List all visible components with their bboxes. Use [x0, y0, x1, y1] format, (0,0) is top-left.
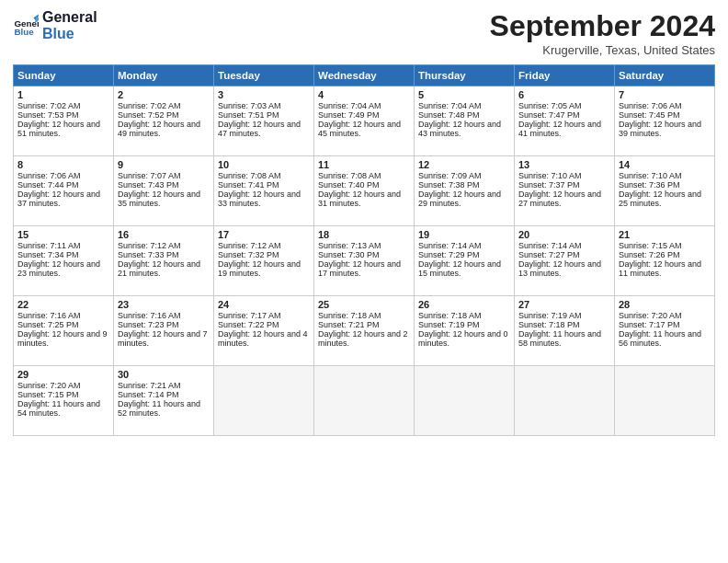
day-number: 30: [118, 369, 210, 380]
sunrise-text: Sunrise: 7:16 AM: [118, 311, 181, 320]
day-number: 23: [118, 299, 210, 310]
calendar-week-5: 29 Sunrise: 7:20 AM Sunset: 7:15 PM Dayl…: [14, 366, 715, 436]
header-monday: Monday: [114, 65, 214, 86]
sunset-text: Sunset: 7:47 PM: [518, 110, 580, 120]
daylight-text: Daylight: 12 hours and 19 minutes.: [218, 259, 301, 278]
sunset-text: Sunset: 7:30 PM: [318, 250, 380, 259]
sunrise-text: Sunrise: 7:10 AM: [518, 171, 582, 180]
sunrise-text: Sunrise: 7:08 AM: [218, 171, 281, 180]
calendar-cell: 10 Sunrise: 7:08 AM Sunset: 7:41 PM Dayl…: [214, 156, 314, 226]
sunset-text: Sunset: 7:41 PM: [218, 180, 279, 190]
calendar-cell: [415, 366, 515, 436]
calendar-cell: 13 Sunrise: 7:10 AM Sunset: 7:37 PM Dayl…: [515, 156, 615, 226]
daylight-text: Daylight: 12 hours and 7 minutes.: [118, 329, 208, 348]
daylight-text: Daylight: 11 hours and 58 minutes.: [518, 329, 601, 348]
day-number: 13: [518, 159, 610, 170]
sunset-text: Sunset: 7:36 PM: [619, 180, 680, 190]
sunrise-text: Sunrise: 7:14 AM: [418, 241, 482, 250]
daylight-text: Daylight: 12 hours and 9 minutes.: [17, 329, 108, 348]
calendar-cell: 5 Sunrise: 7:04 AM Sunset: 7:48 PM Dayli…: [415, 86, 515, 156]
sunrise-text: Sunrise: 7:16 AM: [17, 311, 81, 320]
calendar-cell: 3 Sunrise: 7:03 AM Sunset: 7:51 PM Dayli…: [214, 86, 314, 156]
sunrise-text: Sunrise: 7:07 AM: [118, 171, 181, 180]
svg-text:Blue: Blue: [14, 26, 34, 36]
calendar-cell: 25 Sunrise: 7:18 AM Sunset: 7:21 PM Dayl…: [314, 296, 415, 366]
sunset-text: Sunset: 7:34 PM: [17, 250, 79, 259]
calendar-cell: 11 Sunrise: 7:08 AM Sunset: 7:40 PM Dayl…: [314, 156, 415, 226]
daylight-text: Daylight: 12 hours and 41 minutes.: [518, 120, 601, 138]
sunset-text: Sunset: 7:48 PM: [418, 110, 480, 120]
daylight-text: Daylight: 12 hours and 0 minutes.: [418, 329, 508, 348]
sunrise-text: Sunrise: 7:14 AM: [518, 241, 582, 250]
sunrise-text: Sunrise: 7:21 AM: [118, 381, 181, 390]
sunset-text: Sunset: 7:45 PM: [619, 110, 680, 120]
sunset-text: Sunset: 7:15 PM: [17, 390, 79, 399]
calendar-cell: 26 Sunrise: 7:18 AM Sunset: 7:19 PM Dayl…: [415, 296, 515, 366]
sunrise-text: Sunrise: 7:06 AM: [619, 101, 682, 110]
sunset-text: Sunset: 7:49 PM: [318, 110, 380, 120]
calendar-cell: 18 Sunrise: 7:13 AM Sunset: 7:30 PM Dayl…: [314, 226, 415, 296]
calendar-cell: 19 Sunrise: 7:14 AM Sunset: 7:29 PM Dayl…: [415, 226, 515, 296]
logo: General Blue General Blue: [13, 9, 97, 41]
daylight-text: Daylight: 12 hours and 37 minutes.: [17, 190, 100, 208]
sunset-text: Sunset: 7:22 PM: [218, 320, 279, 329]
sunrise-text: Sunrise: 7:04 AM: [418, 101, 482, 110]
calendar-cell: 29 Sunrise: 7:20 AM Sunset: 7:15 PM Dayl…: [14, 366, 114, 436]
sunrise-text: Sunrise: 7:12 AM: [118, 241, 181, 250]
daylight-text: Daylight: 12 hours and 45 minutes.: [318, 120, 401, 138]
sunrise-text: Sunrise: 7:05 AM: [518, 101, 582, 110]
calendar-week-1: 1 Sunrise: 7:02 AM Sunset: 7:53 PM Dayli…: [14, 86, 715, 156]
logo-general: General: [42, 9, 97, 26]
sunset-text: Sunset: 7:53 PM: [17, 110, 79, 120]
calendar-cell: [515, 366, 615, 436]
calendar-cell: 2 Sunrise: 7:02 AM Sunset: 7:52 PM Dayli…: [114, 86, 214, 156]
header-tuesday: Tuesday: [214, 65, 314, 86]
daylight-text: Daylight: 12 hours and 25 minutes.: [619, 190, 701, 208]
day-number: 18: [318, 229, 410, 240]
calendar-cell: 6 Sunrise: 7:05 AM Sunset: 7:47 PM Dayli…: [515, 86, 615, 156]
header: General Blue General Blue September 2024…: [13, 9, 715, 57]
sunset-text: Sunset: 7:19 PM: [418, 320, 480, 329]
day-number: 4: [318, 89, 410, 100]
calendar-cell: 7 Sunrise: 7:06 AM Sunset: 7:45 PM Dayli…: [615, 86, 715, 156]
sunset-text: Sunset: 7:44 PM: [17, 180, 79, 190]
sunrise-text: Sunrise: 7:20 AM: [17, 381, 81, 390]
header-wednesday: Wednesday: [314, 65, 415, 86]
sunset-text: Sunset: 7:32 PM: [218, 250, 279, 259]
header-friday: Friday: [515, 65, 615, 86]
sunset-text: Sunset: 7:25 PM: [17, 320, 79, 329]
day-number: 26: [418, 299, 510, 310]
sunrise-text: Sunrise: 7:19 AM: [518, 311, 582, 320]
calendar-cell: [214, 366, 314, 436]
calendar-cell: 27 Sunrise: 7:19 AM Sunset: 7:18 PM Dayl…: [515, 296, 615, 366]
day-number: 28: [619, 299, 711, 310]
day-number: 5: [418, 89, 510, 100]
month-title: September 2024: [490, 9, 715, 43]
daylight-text: Daylight: 12 hours and 11 minutes.: [619, 259, 701, 278]
daylight-text: Daylight: 12 hours and 47 minutes.: [218, 120, 301, 138]
daylight-text: Daylight: 11 hours and 52 minutes.: [118, 399, 200, 418]
calendar-cell: 24 Sunrise: 7:17 AM Sunset: 7:22 PM Dayl…: [214, 296, 314, 366]
sunset-text: Sunset: 7:43 PM: [118, 180, 179, 190]
calendar-week-2: 8 Sunrise: 7:06 AM Sunset: 7:44 PM Dayli…: [14, 156, 715, 226]
sunset-text: Sunset: 7:21 PM: [318, 320, 380, 329]
calendar-cell: 1 Sunrise: 7:02 AM Sunset: 7:53 PM Dayli…: [14, 86, 114, 156]
day-number: 24: [218, 299, 310, 310]
sunset-text: Sunset: 7:38 PM: [418, 180, 480, 190]
day-number: 9: [118, 159, 210, 170]
page: General Blue General Blue September 2024…: [0, 0, 728, 563]
day-number: 20: [518, 229, 610, 240]
calendar-cell: 30 Sunrise: 7:21 AM Sunset: 7:14 PM Dayl…: [114, 366, 214, 436]
calendar-week-3: 15 Sunrise: 7:11 AM Sunset: 7:34 PM Dayl…: [14, 226, 715, 296]
sunrise-text: Sunrise: 7:12 AM: [218, 241, 281, 250]
sunset-text: Sunset: 7:33 PM: [118, 250, 179, 259]
daylight-text: Daylight: 12 hours and 13 minutes.: [518, 259, 601, 278]
sunset-text: Sunset: 7:14 PM: [118, 390, 179, 399]
calendar-cell: 17 Sunrise: 7:12 AM Sunset: 7:32 PM Dayl…: [214, 226, 314, 296]
calendar-cell: 15 Sunrise: 7:11 AM Sunset: 7:34 PM Dayl…: [14, 226, 114, 296]
daylight-text: Daylight: 12 hours and 15 minutes.: [418, 259, 501, 278]
logo-icon: General Blue: [13, 13, 39, 39]
day-number: 17: [218, 229, 310, 240]
day-number: 15: [17, 229, 109, 240]
calendar-cell: 8 Sunrise: 7:06 AM Sunset: 7:44 PM Dayli…: [14, 156, 114, 226]
